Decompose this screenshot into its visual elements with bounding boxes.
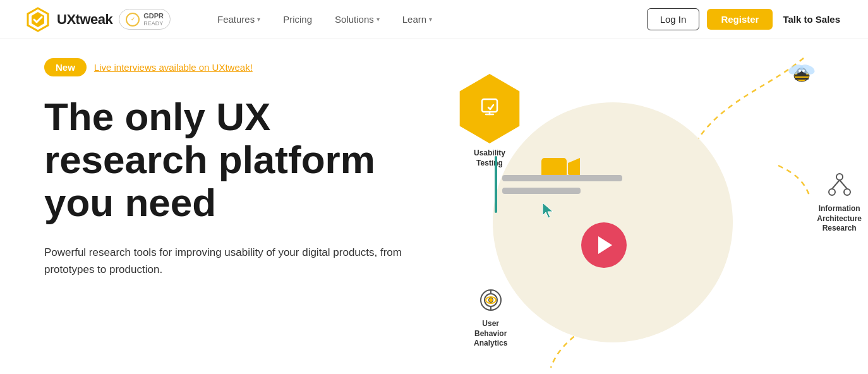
cream-circle-bg bbox=[493, 102, 733, 342]
chevron-down-icon-3: ▾ bbox=[429, 16, 432, 23]
play-button[interactable] bbox=[581, 222, 627, 268]
usability-label: UsabilityTesting bbox=[474, 148, 505, 168]
usability-icon bbox=[479, 97, 500, 121]
login-button[interactable]: Log In bbox=[647, 8, 700, 30]
svg-point-8 bbox=[799, 69, 801, 72]
main-content: New Live interviews available on UXtweak… bbox=[0, 39, 868, 374]
screen-bar-short bbox=[502, 188, 581, 194]
svg-point-26 bbox=[489, 298, 493, 302]
svg-rect-10 bbox=[482, 99, 497, 112]
nav-features[interactable]: Features ▾ bbox=[208, 9, 269, 30]
nav-links: Features ▾ Pricing Solutions ▾ Learn ▾ bbox=[208, 9, 647, 30]
screen-bar-full bbox=[502, 175, 622, 181]
chevron-down-icon: ▾ bbox=[257, 16, 260, 23]
play-triangle-icon bbox=[598, 236, 612, 254]
nav-pricing[interactable]: Pricing bbox=[274, 9, 321, 30]
info-arch-label: InformationArchitectureResearch bbox=[817, 204, 862, 234]
user-behavior-card: UserBehaviorAnalytics bbox=[474, 288, 507, 349]
svg-point-17 bbox=[844, 189, 850, 195]
hero-subtitle: Powerful research tools for improving us… bbox=[44, 244, 423, 278]
logo[interactable]: UXtweak ✓ GDPR READY bbox=[25, 7, 171, 32]
svg-rect-4 bbox=[795, 75, 809, 76]
screen-element bbox=[502, 175, 622, 222]
cursor-icon bbox=[540, 202, 622, 222]
gdpr-circle-icon: ✓ bbox=[126, 13, 140, 27]
gdpr-label: GDPR bbox=[143, 12, 164, 20]
behavior-label: UserBehaviorAnalytics bbox=[474, 319, 507, 349]
usability-testing-card: UsabilityTesting bbox=[455, 74, 524, 168]
hexagon-shape bbox=[455, 74, 524, 143]
gdpr-sublabel: READY bbox=[143, 20, 164, 27]
svg-point-9 bbox=[802, 69, 805, 72]
hero-title: The only UX research platform you need bbox=[44, 95, 436, 225]
info-arch-icon bbox=[817, 172, 862, 202]
svg-line-18 bbox=[832, 180, 840, 189]
announcement-link[interactable]: Live interviews available on UXtweak! bbox=[94, 62, 253, 73]
logo-icon bbox=[25, 7, 51, 32]
nav-solutions[interactable]: Solutions ▾ bbox=[326, 9, 389, 30]
info-architecture-card: InformationArchitectureResearch bbox=[817, 172, 862, 234]
talk-to-sales-button[interactable]: Talk to Sales bbox=[780, 9, 843, 30]
svg-line-19 bbox=[840, 180, 847, 189]
nav-actions: Log In Register Talk to Sales bbox=[647, 8, 843, 30]
svg-point-15 bbox=[836, 174, 843, 180]
bee-icon bbox=[786, 58, 817, 95]
announcement-bar: New Live interviews available on UXtweak… bbox=[44, 58, 442, 76]
hero-illustration: UsabilityTesting bbox=[442, 39, 868, 374]
logo-text: UXtweak bbox=[57, 11, 112, 28]
gdpr-badge: ✓ GDPR READY bbox=[119, 9, 171, 30]
svg-rect-5 bbox=[795, 78, 809, 80]
hero-left: New Live interviews available on UXtweak… bbox=[0, 39, 442, 374]
chevron-down-icon-2: ▾ bbox=[377, 16, 380, 23]
register-button[interactable]: Register bbox=[707, 9, 773, 30]
teal-line bbox=[495, 156, 497, 213]
new-badge: New bbox=[44, 58, 87, 76]
behavior-icon bbox=[474, 288, 507, 317]
navbar: UXtweak ✓ GDPR READY Features ▾ Pricing … bbox=[0, 0, 868, 39]
svg-point-16 bbox=[829, 189, 835, 195]
nav-learn[interactable]: Learn ▾ bbox=[394, 9, 441, 30]
